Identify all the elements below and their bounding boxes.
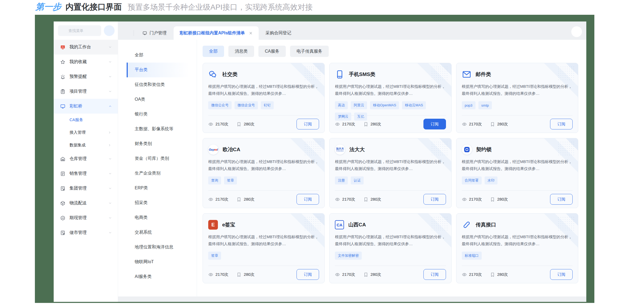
sidebar-item-label: 期现管理 [69,215,87,221]
close-icon[interactable] [249,31,253,35]
category-item-11[interactable]: 电商类 [127,210,189,225]
views-count: 2170次 [215,197,228,202]
subscribe-button[interactable]: 订阅 [423,269,446,280]
sidebar-item-favorites[interactable]: 我的收藏 [54,55,118,69]
clipboard-icon [60,89,65,94]
views-count: 2170次 [469,122,482,127]
card-footer: 2170次280次订阅 [462,191,573,208]
collapse-sidebar-button[interactable] [104,25,115,36]
category-label: 电商类 [135,215,148,220]
category-item-4[interactable]: 银行类 [127,107,189,122]
esign-logo: E [208,220,218,230]
api-card-fadada: 法大大FADADA法大大根据用户填写的心理测试题，经过MBTI理论和指标模型的分… [329,138,451,208]
subscribe-button[interactable]: 订阅 [550,269,573,280]
sidebar-item-logistics[interactable]: 物流配送 [54,196,118,211]
category-item-14[interactable]: 物联网IoT [127,255,189,269]
tab-list-dropdown-button[interactable] [571,26,582,37]
category-item-2[interactable]: 征信类和资信类 [127,77,189,92]
saves-count: 280次 [371,272,381,277]
category-item-9[interactable]: ERP类 [127,181,189,196]
tab-purchase-contract[interactable]: 采购合同登记 [259,26,298,40]
filter-chip-3[interactable]: 电子传真服务 [290,46,329,57]
category-label: 地理位置和海洋信息 [135,244,173,250]
menu-search-input[interactable] [68,28,98,33]
card-description: 根据用户填写的心理测试题，经过MBTI理论和指标模型的分析，最终得到人格测试报告… [335,83,446,97]
filter-chip-0[interactable]: 全部 [203,46,224,57]
subscribe-button[interactable]: 订阅 [297,269,319,280]
card-tag: 移动云MAS [402,101,426,109]
category-label: 物联网IoT [135,259,154,265]
sidebar-item-label: 预警提醒 [69,74,87,79]
card-title: 欧冶CA [223,146,240,153]
chevron-down-icon [108,172,112,175]
category-item-8[interactable]: 生产企业类别 [127,166,189,181]
category-item-15[interactable]: AI服务类 [127,269,189,284]
tab-rainbow-apis[interactable]: 彩虹桥接口枢纽内置APIs组件清单 [174,26,259,40]
category-item-13[interactable]: 地理位置和海洋信息 [127,240,189,255]
card-title: 契约锁 [476,146,492,153]
category-item-7[interactable]: 资金（司库）类别 [127,151,189,166]
ouyeel-logo: Ouyeel [208,144,218,155]
sidebar-item-market-making[interactable]: 做市管理 [54,225,118,240]
subscribe-button[interactable]: 订阅 [550,194,573,205]
eye-icon [208,197,213,202]
filter-chip-label: 消息类 [235,49,248,54]
views-stat: 2170次 [335,122,355,127]
saves-stat: 280次 [490,197,508,202]
sidebar-item-sales[interactable]: 销售管理 [54,166,118,181]
menu-search-box[interactable] [58,25,101,36]
views-count: 2170次 [469,272,482,277]
category-item-12[interactable]: 交易系统 [127,225,189,240]
card-header: CA山西CA [335,219,446,230]
api-card-grid: 社交类根据用户填写的心理测试题，经过MBTI理论和指标模型的分析，最终得到人格测… [203,63,578,283]
saves-stat: 280次 [363,122,381,127]
sidebar-item-workbench[interactable]: 我的工作台 [54,40,118,55]
tab-portal[interactable]: 门户管理 [136,26,174,40]
sidebar-item-rainbow-bridge[interactable]: 彩虹桥 [54,99,118,114]
card-title: 社交类 [222,71,237,78]
saves-stat: 280次 [236,122,254,127]
sidebar-item-label: 仓库管理 [69,156,87,162]
category-item-6[interactable]: 财务类别 [127,136,189,151]
category-label: 主数据、影像系统等 [135,126,173,132]
sidebar-subitem-data-integration[interactable]: 数据集成 [54,139,118,151]
home-tab-button[interactable] [121,26,133,40]
saves-stat: 280次 [363,197,381,202]
sidebar-subitem-access-management[interactable]: 接入管理 [54,126,118,139]
category-item-5[interactable]: 主数据、影像系统等 [127,122,189,136]
bookmark-icon [236,197,241,202]
sidebar-item-label: 销售管理 [69,171,87,176]
sidebar-item-warehouse[interactable]: 仓库管理 [54,151,118,166]
sidebar-item-group[interactable]: 集团管理 [54,181,118,196]
sidebar-item-alerts[interactable]: 预警提醒 [54,69,118,84]
sidebar-item-label: 项目管理 [69,89,87,94]
card-tag: 注册 [335,176,348,184]
subscribe-button[interactable]: 订阅 [423,194,446,205]
sidebar-subitem-label: 接入管理 [69,130,86,135]
card-tag-row: 签章 [208,252,319,260]
card-tag-row: 查询签章 [208,176,319,184]
card-tag: 梦网云 [335,113,351,121]
filter-chip-2[interactable]: CA服务 [258,46,286,57]
sidebar-item-futures-spot[interactable]: 期现管理 [54,211,118,225]
card-tag-row: 高达阿里云移动OpenMAS移动云MAS [335,101,446,109]
filter-chip-1[interactable]: 消息类 [228,46,254,57]
category-item-1[interactable]: 平台类 [127,63,189,77]
card-description: 根据用户填写的心理测试题，经过MBTI理论和指标模型的分析，最终得到人格测试报告… [335,158,446,172]
views-count: 2170次 [342,122,355,127]
chevron-down-icon [108,45,112,49]
api-card-fax: 传真接口根据用户填写的心理测试题，经过MBTI理论和指标模型的分析，最终得到人格… [456,213,578,283]
sidebar-item-label: 物流配送 [69,200,87,206]
subscribe-button[interactable]: 订阅 [550,119,573,129]
sidebar-subitem-ca-service[interactable]: CA服务 [54,114,118,126]
category-item-3[interactable]: OA类 [127,92,189,107]
sidebar-item-projects[interactable]: 项目管理 [54,84,118,99]
category-item-0[interactable]: 全部 [127,48,189,63]
filter-chip-label: 电子传真服务 [297,49,322,54]
category-label: 资金（司库）类别 [135,156,169,161]
tab-divider [134,30,134,36]
category-item-10[interactable]: 招采类 [127,196,189,210]
subscribe-button[interactable]: 订阅 [297,194,319,205]
tab-label: 彩虹桥接口枢纽内置APIs组件清单 [180,30,245,36]
subscribe-button[interactable]: 订阅 [297,119,319,129]
